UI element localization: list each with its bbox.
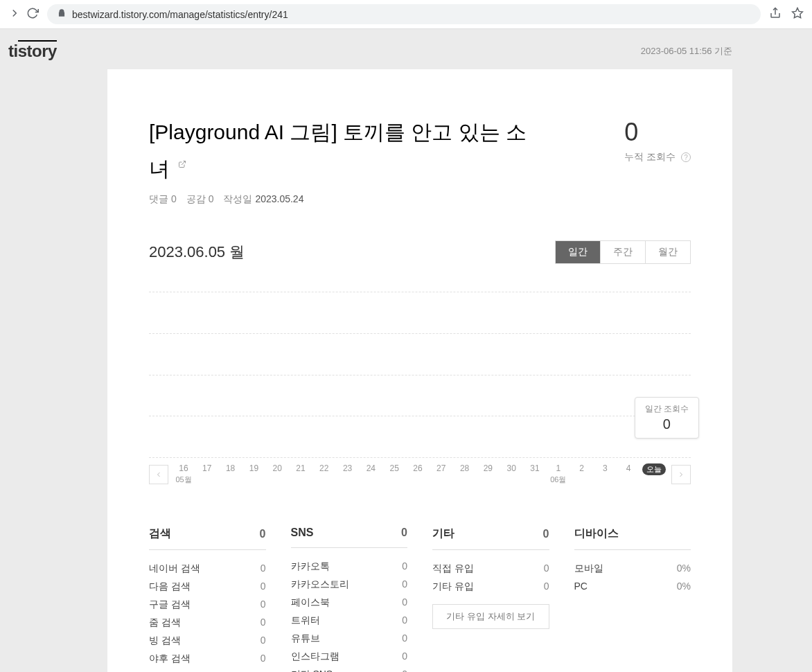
stats-item: 페이스북0 [291, 594, 408, 612]
help-icon[interactable]: ? [681, 152, 691, 162]
period-tab-1[interactable]: 주간 [601, 241, 646, 263]
stats-item: PC0% [574, 578, 691, 594]
date-tick[interactable]: 3 [595, 463, 615, 473]
date-tick[interactable]: 30 [502, 463, 521, 473]
stats-col: 기타0직접 유입0기타 유입0기타 유입 자세히 보기 [432, 527, 549, 672]
external-link-icon[interactable] [178, 147, 186, 155]
stats-item-label: 인스타그램 [291, 651, 339, 663]
stats-col-title: SNS [291, 527, 314, 539]
stats-item: 빙 검색0 [149, 632, 266, 650]
stats-item-value: 0 [402, 560, 407, 573]
stats-item-value: 0% [677, 563, 691, 575]
stats-col: SNS0카카오톡0카카오스토리0페이스북0트위터0유튜브0인스타그램0기타 SN… [291, 527, 408, 672]
stats-item: 기타 유입0 [432, 578, 549, 596]
date-tick[interactable]: 23 [338, 463, 358, 473]
stats-item-label: 줌 검색 [149, 617, 181, 629]
content-panel: [Playground AI 그림] 토끼를 안고 있는 소녀 댓글0 공감0 … [107, 69, 732, 672]
comments-value: 0 [171, 193, 177, 204]
stats-item-label: 직접 유입 [432, 563, 474, 575]
date-tick[interactable]: 29 [478, 463, 497, 473]
date-tick[interactable]: 20 [267, 463, 287, 473]
date-tick[interactable]: 24 [361, 463, 380, 473]
reload-icon[interactable] [26, 7, 39, 22]
svg-marker-1 [793, 8, 803, 17]
stats-item: 카카오스토리0 [291, 576, 408, 594]
more-button[interactable]: 기타 유입 자세히 보기 [432, 604, 549, 629]
stats-item: 직접 유입0 [432, 560, 549, 578]
stats-item-value: 0 [261, 635, 266, 647]
stats-item-value: 0 [402, 651, 407, 663]
date-tick[interactable]: 18 [221, 463, 240, 473]
date-tick[interactable]: 19 [244, 463, 263, 473]
gridline [149, 333, 691, 334]
stats-item-value: 0 [402, 633, 407, 645]
stats-item-value: 0 [402, 596, 407, 609]
stats-item-label: PC [574, 581, 588, 592]
stats-item-label: 구글 검색 [149, 599, 191, 611]
address-bar[interactable]: bestwizard.tistory.com/manage/statistics… [47, 4, 761, 24]
chart-next-button[interactable] [671, 465, 691, 484]
stats-item: 유튜브0 [291, 630, 408, 648]
date-label: 작성일 [223, 193, 252, 204]
date-tick[interactable]: 4 [619, 463, 638, 473]
date-tick[interactable]: 17 [197, 463, 217, 473]
stats-item-value: 0 [544, 581, 549, 593]
stats-item-value: 0 [402, 669, 407, 672]
date-tick[interactable]: 25 [385, 463, 404, 473]
period-toggle: 일간주간월간 [555, 240, 691, 264]
stats-col-title: 디바이스 [574, 527, 619, 541]
tooltip-title: 일간 조회수 [645, 403, 689, 415]
stats-col-total: 0 [401, 527, 407, 539]
date-tick[interactable]: 2 [572, 463, 592, 473]
period-tab-2[interactable]: 월간 [646, 241, 690, 263]
stats-item-value: 0 [261, 653, 266, 665]
date-tick[interactable]: 22 [315, 463, 334, 473]
stats-item: 모바일0% [574, 560, 691, 578]
stats-item-label: 다음 검색 [149, 581, 191, 593]
date-axis: 1605월171819202122232425262728293031106월2… [171, 463, 669, 485]
date-tick[interactable]: 106월 [549, 463, 568, 485]
stats-item-value: 0 [261, 563, 266, 575]
stats-item-value: 0 [544, 563, 549, 575]
likes-value: 0 [209, 193, 214, 204]
chart-prev-button[interactable] [149, 465, 168, 484]
chart-area: 일간 조회수 0 [149, 292, 691, 458]
stats-item-value: 0 [402, 614, 407, 627]
stats-item-label: 기타 SNS [291, 669, 333, 672]
stats-item-label: 카카오톡 [291, 560, 330, 573]
page-title: [Playground AI 그림] 토끼를 안고 있는 소녀 [149, 118, 537, 184]
date-tick[interactable]: 28 [455, 463, 475, 473]
post-meta: 댓글0 공감0 작성일2023.05.24 [149, 193, 537, 206]
tistory-logo[interactable]: tistory [8, 42, 57, 61]
forward-icon[interactable] [8, 7, 21, 22]
date-tick-today[interactable]: 오늘 [642, 463, 666, 475]
share-icon[interactable] [769, 7, 782, 22]
tooltip-value: 0 [645, 416, 689, 432]
date-tick[interactable]: 26 [408, 463, 427, 473]
stats-item: 줌 검색0 [149, 614, 266, 632]
period-tab-0[interactable]: 일간 [556, 241, 601, 263]
stats-item: 카카오톡0 [291, 558, 408, 576]
stats-item-label: 카카오스토리 [291, 578, 349, 591]
date-tick[interactable]: 21 [291, 463, 310, 473]
stats-item-value: 0 [261, 617, 266, 629]
stats-item: 기타 SNS0 [291, 666, 408, 672]
stats-item-label: 모바일 [574, 563, 603, 575]
stats-item-value: 0% [677, 581, 691, 592]
timestamp-label: 2023-06-05 11:56 기준 [641, 45, 732, 58]
stats-col-title: 기타 [432, 527, 454, 541]
date-tick[interactable]: 1605월 [174, 463, 193, 485]
date-tick[interactable]: 27 [432, 463, 451, 473]
date-tick[interactable]: 31 [525, 463, 545, 473]
likes-label: 공감 [186, 193, 206, 204]
stats-item-label: 야후 검색 [149, 653, 191, 665]
stats-item-label: 트위터 [291, 614, 320, 627]
stats-item: 트위터0 [291, 612, 408, 630]
stats-col: 디바이스모바일0%PC0% [574, 527, 691, 672]
page-container: tistory 2023-06-05 11:56 기준 [Playground … [0, 29, 812, 672]
gridline [149, 457, 691, 458]
stats-col-total: 0 [260, 528, 266, 540]
stats-item: 야후 검색0 [149, 650, 266, 668]
star-icon[interactable] [791, 7, 804, 22]
stats-item: 네이버 검색0 [149, 560, 266, 578]
